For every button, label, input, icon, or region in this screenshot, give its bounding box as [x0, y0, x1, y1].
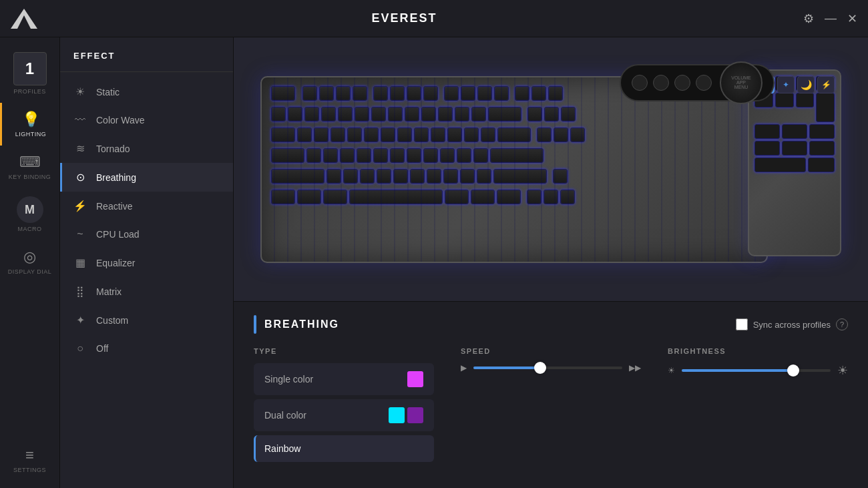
numpad-btn: [782, 141, 807, 156]
effect-item-custom[interactable]: ✦ Custom: [60, 306, 233, 334]
close-button[interactable]: ✕: [847, 11, 857, 26]
rainbow-label: Rainbow: [264, 443, 300, 454]
key-d: [340, 148, 355, 163]
key-semicolon: [457, 148, 471, 163]
key-lalt: [323, 190, 347, 204]
key-rshift: [493, 169, 547, 184]
matrix-icon: ⣿: [73, 285, 87, 298]
key-ins: [527, 107, 542, 121]
profile-number: 1: [13, 52, 47, 85]
key-f8: [423, 86, 438, 101]
minimize-button[interactable]: —: [825, 11, 837, 25]
single-color-swatch[interactable]: [407, 371, 423, 387]
brightness-label: BRIGHTNESS: [668, 347, 848, 355]
sidebar-item-displaydial[interactable]: ◎ DISPLAY DIAL: [0, 240, 59, 283]
key-s: [323, 148, 338, 163]
key-f11: [477, 86, 492, 101]
effect-item-breathing[interactable]: ⊙ Breathing: [60, 163, 233, 192]
brightness-high-icon: ☀: [837, 363, 848, 378]
brightness-slider[interactable]: [682, 369, 831, 372]
settings-button[interactable]: ⚙: [803, 11, 814, 26]
effect-item-matrix[interactable]: ⣿ Matrix: [60, 277, 233, 306]
numpad-func-3[interactable]: 🌙: [797, 76, 815, 93]
effect-title: EFFECT: [60, 51, 233, 72]
cpuload-icon: ~: [73, 228, 87, 240]
effect-item-tornado[interactable]: ≋ Tornado: [60, 134, 233, 163]
key-f12: [494, 86, 509, 101]
sync-checkbox[interactable]: [736, 318, 748, 330]
sidebar-item-macro[interactable]: M MACRO: [0, 188, 59, 240]
type-section-label: TYPE: [254, 347, 434, 355]
control-btn-1[interactable]: [632, 75, 648, 91]
displaydial-icon: ◎: [23, 248, 36, 266]
key-lctrl: [271, 190, 295, 204]
sync-label: Sync across profiles: [753, 320, 831, 330]
keybinding-icon: ⌨: [19, 154, 41, 171]
key-5: [355, 107, 369, 121]
brightness-slider-thumb: [787, 364, 799, 377]
type-option-dual[interactable]: Dual color: [254, 399, 434, 431]
brightness-section: BRIGHTNESS ☀ ☀: [668, 347, 848, 466]
dual-color-swatch-2[interactable]: [407, 407, 423, 423]
help-icon[interactable]: ?: [836, 318, 848, 330]
type-option-single[interactable]: Single color: [254, 363, 434, 395]
main-layout: 1 PROFILES 💡 LIGHTING ⌨ KEY BINDING M MA…: [0, 37, 868, 488]
speed-slider[interactable]: [473, 367, 622, 369]
key-2: [304, 107, 319, 121]
key-o: [431, 128, 445, 142]
app-title: EVEREST: [5, 11, 803, 25]
numpad-btn: [796, 93, 815, 107]
key-f6: [390, 86, 405, 101]
dual-color-label: Dual color: [264, 410, 306, 421]
key-rctrl: [497, 190, 521, 204]
play-icon: ▶: [461, 363, 467, 373]
equalizer-label: Equalizer: [96, 258, 135, 268]
sidebar-item-settings[interactable]: ≡ SETTINGS: [0, 439, 59, 481]
sidebar-item-keybinding[interactable]: ⌨ KEY BINDING: [0, 146, 59, 188]
profiles-label: PROFILES: [13, 88, 46, 95]
effect-item-reactive[interactable]: ⚡ Reactive: [60, 192, 233, 220]
settings-label: SETTINGS: [13, 467, 46, 473]
key-n: [410, 169, 425, 184]
numpad-func-4[interactable]: ⚡: [817, 76, 835, 93]
macro-icon: M: [17, 196, 43, 223]
numpad-func-2[interactable]: ✦: [777, 76, 795, 93]
effect-item-colorwave[interactable]: 〰 Color Wave: [60, 106, 233, 134]
key-e: [331, 128, 345, 142]
type-option-rainbow[interactable]: Rainbow: [254, 435, 434, 462]
dual-color-swatch-1[interactable]: [389, 407, 405, 423]
numpad-btn: [809, 141, 835, 156]
key-f4: [353, 86, 367, 101]
key-4: [338, 107, 353, 121]
control-btn-4[interactable]: [696, 75, 712, 91]
control-btn-2[interactable]: [653, 75, 669, 91]
volume-knob[interactable]: VOLUMEAPPMENU: [720, 61, 763, 104]
key-pause: [548, 86, 563, 101]
sidebar-item-profiles[interactable]: 1 PROFILES: [0, 44, 59, 103]
key-p: [447, 128, 462, 142]
effect-item-cpuload[interactable]: ~ CPU Load: [60, 220, 233, 248]
effect-item-equalizer[interactable]: ▦ Equalizer: [60, 248, 233, 277]
effect-item-static[interactable]: ☀ Static: [60, 77, 233, 106]
control-btn-3[interactable]: [674, 75, 690, 91]
colorwave-label: Color Wave: [96, 115, 145, 126]
key-h: [390, 148, 405, 163]
speed-slider-thumb: [534, 362, 546, 374]
key-i: [414, 128, 429, 142]
key-up: [553, 169, 568, 184]
static-icon: ☀: [73, 85, 87, 98]
key-t: [364, 128, 379, 142]
sidebar-item-lighting[interactable]: 💡 LIGHTING: [0, 103, 59, 146]
effect-sidebar: EFFECT ☀ Static 〰 Color Wave ≋ Tornado ⊙…: [60, 37, 234, 488]
key-8: [405, 107, 419, 121]
effect-item-off[interactable]: ○ Off: [60, 334, 233, 362]
key-del: [537, 128, 552, 142]
key-end: [554, 128, 568, 142]
dual-color-swatches: [389, 407, 423, 423]
key-z: [327, 169, 341, 184]
single-color-label: Single color: [264, 374, 313, 385]
key-f1: [302, 86, 317, 101]
key-left: [527, 190, 541, 204]
key-equals: [471, 107, 486, 121]
numpad-btn: [809, 124, 835, 139]
